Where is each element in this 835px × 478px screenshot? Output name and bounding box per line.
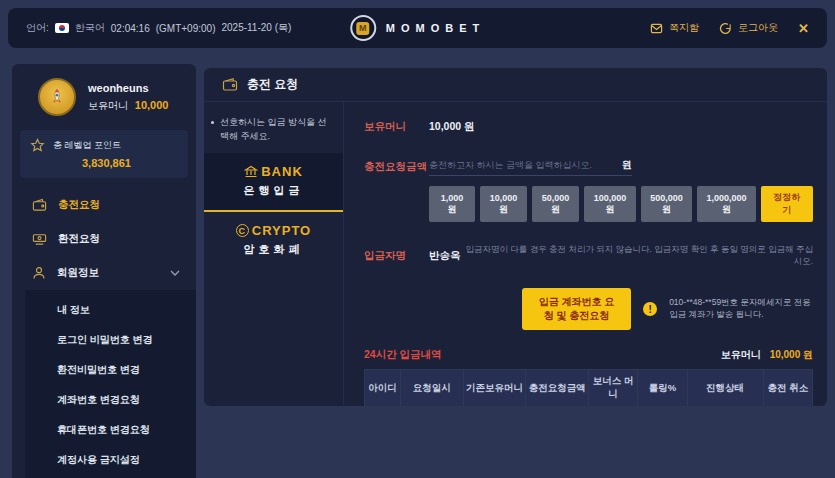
top-bar: 언어: 한국어 02:04:16 (GMT+09:00) 2025-11-20 … <box>8 8 827 48</box>
sidebar-balance-label: 보유머니 <box>88 100 128 111</box>
quick-amount-100000[interactable]: 100,000 원 <box>584 186 636 222</box>
user-avatar <box>38 78 76 116</box>
currency-suffix: 원 <box>622 158 632 172</box>
sidebar-item-withdraw[interactable]: 환전요청 <box>12 222 196 256</box>
bank-icon <box>244 165 258 178</box>
quick-amount-500000[interactable]: 500,000 원 <box>641 186 693 222</box>
sidebar: weonheuns 보유머니 10,000 총 레벨업 포인트 3,830,86… <box>12 64 196 478</box>
korea-flag-icon <box>55 23 69 33</box>
rocket-icon <box>49 88 65 106</box>
language-time-bar: 언어: 한국어 02:04:16 (GMT+09:00) 2025-11-20 … <box>26 21 291 35</box>
brand-name: MOMOBET <box>386 22 485 34</box>
depositor-value: 반송옥 <box>429 249 461 263</box>
language-value[interactable]: 한국어 <box>75 21 105 35</box>
amount-label: 충전요청금액 <box>364 160 429 174</box>
deposit-history-table: 아이디 요청일시 기존보유머니 충전요청금액 보너스 머니 롤링% 진행상태 충… <box>364 369 813 406</box>
submenu-item-my-info[interactable]: 내 정보 <box>25 295 196 325</box>
method-tab-bank[interactable]: BANK 은행입금 <box>204 153 343 212</box>
language-label: 언어: <box>26 21 49 35</box>
submenu-item-account-ban[interactable]: 계정사용 금지설정 <box>25 445 196 475</box>
quick-amount-1000[interactable]: 1,000 원 <box>429 186 475 222</box>
submenu-item-login-password[interactable]: 로그인 비밀번호 변경 <box>25 325 196 355</box>
inbox-button[interactable]: 쪽지함 <box>650 21 699 35</box>
sms-note: 010-**48-**59번호 문자메세지로 전용 입금 계좌가 발송 됩니다. <box>669 297 813 321</box>
reset-amount-button[interactable]: 정정하기 <box>761 186 813 222</box>
submenu-item-phone-change[interactable]: 휴대폰번호 변경요청 <box>25 415 196 445</box>
depositor-label: 입금자명 <box>364 249 429 263</box>
levelup-points-box: 총 레벨업 포인트 3,830,861 <box>20 130 188 178</box>
history-balance-label: 보유머니 <box>721 349 761 360</box>
brand-block: M MOMOBET <box>350 8 485 48</box>
history-balance-value: 10,000 원 <box>770 349 813 360</box>
sidebar-item-member-info[interactable]: 회원정보 <box>12 256 196 290</box>
points-value: 3,830,861 <box>82 157 178 169</box>
date: 2025-11-20 (목) <box>221 21 291 35</box>
person-icon <box>32 266 46 280</box>
method-tab-crypto[interactable]: C CRYPTO 암호화폐 <box>204 212 343 269</box>
info-icon: ! <box>643 302 657 316</box>
close-icon[interactable]: ✕ <box>798 21 809 36</box>
page-title: 충전 요청 <box>247 76 298 93</box>
col-prev-balance: 기존보유머니 <box>463 370 526 407</box>
submenu-item-account-change[interactable]: 계좌번호 변경요청 <box>25 385 196 415</box>
col-rolling: 롤링% <box>638 370 687 407</box>
brand-logo-icon: M <box>350 15 376 41</box>
depositor-note: 입금자명이 다를 경우 충전 처리가 되지 않습니다. 입금자명 확인 후 동일… <box>461 244 814 268</box>
quick-amount-1000000[interactable]: 1,000,000 원 <box>697 186 755 222</box>
crypto-icon: C <box>236 224 249 237</box>
balance-label: 보유머니 <box>364 120 429 134</box>
col-cancel: 충전 취소 <box>763 370 812 407</box>
col-bonus: 보너스 머니 <box>588 370 637 407</box>
col-amount: 충전요청금액 <box>526 370 589 407</box>
col-id: 아이디 <box>365 370 401 407</box>
clock-time: 02:04:16 <box>111 23 150 34</box>
deposit-submit-button[interactable]: 입금 계좌번호 요청 및 충전요청 <box>522 288 631 330</box>
quick-amount-10000[interactable]: 10,000 원 <box>480 186 527 222</box>
sidebar-item-deposit[interactable]: 충전요청 <box>12 188 196 222</box>
inbox-icon <box>650 22 663 35</box>
method-hint: 선호하시는 입금 방식을 선택해 주세요. <box>204 108 343 153</box>
history-title: 24시간 입금내역 <box>364 348 442 362</box>
balance-value: 10,000 원 <box>429 120 475 134</box>
member-submenu: 내 정보 로그인 비밀번호 변경 환전비밀번호 변경 계좌번호 변경요청 휴대폰… <box>25 290 196 478</box>
deposit-panel: 충전 요청 선호하시는 입금 방식을 선택해 주세요. BANK 은행입금 C … <box>204 68 827 406</box>
points-label: 총 레벨업 포인트 <box>53 139 121 152</box>
submenu-item-exchange-password[interactable]: 환전비밀번호 변경 <box>25 355 196 385</box>
wallet-icon <box>32 198 47 212</box>
exchange-icon <box>32 232 47 246</box>
quick-amount-50000[interactable]: 50,000 원 <box>532 186 579 222</box>
logout-icon <box>719 22 732 35</box>
wallet-title-icon <box>222 77 238 92</box>
amount-input[interactable] <box>429 160 622 170</box>
star-icon <box>30 138 45 153</box>
timezone: (GMT+09:00) <box>156 23 216 34</box>
username: weonheuns <box>88 82 168 94</box>
chevron-down-icon <box>170 270 180 276</box>
deposit-method-panel: 선호하시는 입금 방식을 선택해 주세요. BANK 은행입금 C CRYPTO… <box>204 102 344 405</box>
sidebar-balance-value: 10,000 <box>135 99 169 111</box>
col-status: 진행상태 <box>687 370 763 407</box>
col-datetime: 요청일시 <box>400 370 463 407</box>
logout-button[interactable]: 로그아웃 <box>719 21 778 35</box>
